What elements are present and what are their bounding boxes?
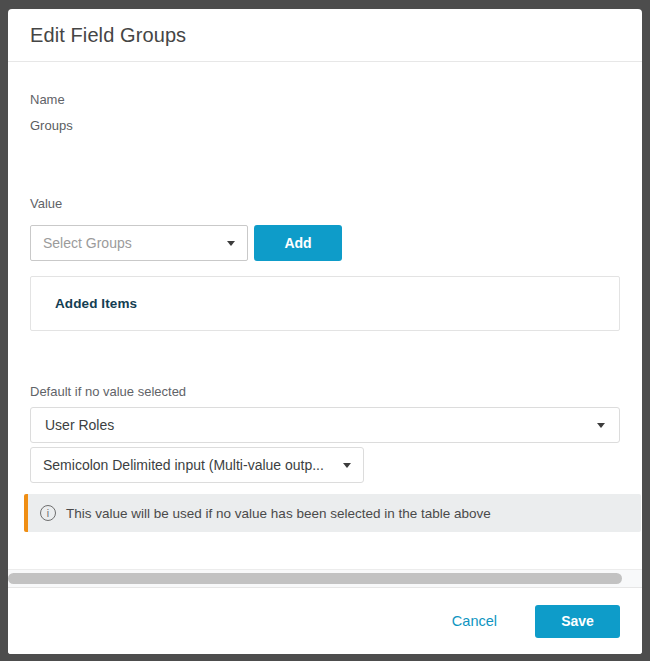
cancel-button[interactable]: Cancel: [452, 613, 497, 629]
horizontal-scrollbar[interactable]: [8, 569, 642, 588]
dialog-body: Name Groups Value Select Groups Add Adde…: [8, 62, 642, 569]
value-row: Select Groups Add: [30, 225, 620, 261]
modal-backdrop: Edit Field Groups Name Groups Value Sele…: [0, 0, 650, 661]
chevron-down-icon: [227, 241, 235, 246]
edit-field-groups-dialog: Edit Field Groups Name Groups Value Sele…: [8, 9, 642, 654]
info-banner-text: This value will be used if no value has …: [66, 506, 491, 521]
dialog-header: Edit Field Groups: [8, 9, 642, 62]
default-value-label: Default if no value selected: [30, 384, 620, 400]
chevron-down-icon: [343, 463, 351, 468]
name-label: Name: [30, 92, 620, 108]
value-label: Value: [30, 196, 620, 212]
default-value-selected-option: User Roles: [45, 417, 587, 433]
dialog-footer: Cancel Save: [8, 588, 642, 654]
dialog-title: Edit Field Groups: [30, 24, 186, 47]
groups-select-placeholder: Select Groups: [43, 235, 217, 251]
default-value-select[interactable]: User Roles: [30, 407, 620, 443]
delimiter-select[interactable]: Semicolon Delimited input (Multi-value o…: [30, 447, 364, 483]
chevron-down-icon: [597, 423, 605, 428]
name-value: Groups: [30, 118, 620, 134]
delimiter-selected-option: Semicolon Delimited input (Multi-value o…: [43, 457, 333, 473]
info-circle-icon: i: [40, 505, 56, 521]
add-button[interactable]: Add: [254, 225, 342, 261]
info-banner: i This value will be used if no value ha…: [24, 494, 641, 532]
save-button[interactable]: Save: [535, 605, 620, 638]
added-items-heading: Added Items: [55, 296, 137, 311]
groups-select[interactable]: Select Groups: [30, 225, 248, 261]
added-items-panel: Added Items: [30, 276, 620, 331]
scrollbar-thumb[interactable]: [8, 573, 622, 584]
